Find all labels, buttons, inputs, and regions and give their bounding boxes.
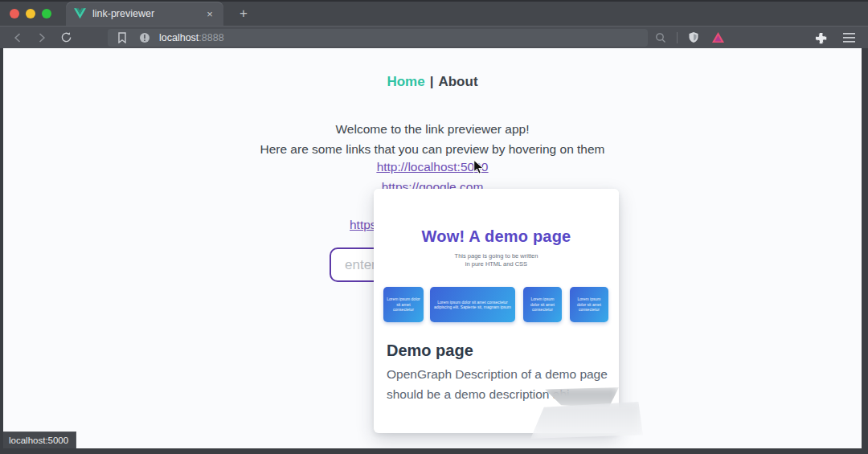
preview-body: Demo page OpenGraph Description of a dem… bbox=[374, 332, 619, 404]
url-host: localhost bbox=[159, 32, 199, 43]
traffic-lights bbox=[0, 9, 59, 18]
minimize-window-button[interactable] bbox=[26, 9, 35, 18]
close-window-button[interactable] bbox=[10, 9, 19, 18]
menu-hamburger-icon[interactable] bbox=[841, 30, 857, 46]
intro-line2: Here are some links that you can preview… bbox=[3, 139, 862, 159]
link-preview-popup: Wow! A demo page This page is going to b… bbox=[374, 189, 619, 433]
extension-triangle-icon[interactable] bbox=[710, 30, 726, 46]
site-nav: Home|About bbox=[3, 74, 862, 90]
preview-image: Wow! A demo page This page is going to b… bbox=[374, 189, 619, 332]
link-localhost-5000-wrap: http://localhost:5000 bbox=[3, 160, 862, 174]
preview-image-title: Wow! A demo page bbox=[374, 227, 619, 246]
tab-favicon-icon bbox=[74, 8, 86, 19]
page-viewport: Home|About Welcome to the link previewer… bbox=[3, 48, 862, 448]
preview-title: Demo page bbox=[387, 342, 606, 360]
tab-link-previewer[interactable]: link-previewer × bbox=[66, 2, 223, 26]
reload-icon[interactable] bbox=[58, 30, 74, 46]
new-tab-button[interactable]: + bbox=[235, 6, 252, 22]
browser-window: link-previewer × + localhost:8888 bbox=[0, 0, 868, 454]
site-info-icon[interactable] bbox=[137, 30, 153, 46]
status-tooltip: localhost:5000 bbox=[3, 432, 76, 448]
intro-line1: Welcome to the link previewer app! bbox=[3, 119, 862, 139]
page-zoom-icon[interactable] bbox=[653, 30, 669, 46]
preview-subtitle-line2: in pure HTML and CSS bbox=[374, 260, 619, 268]
url-text[interactable]: localhost:8888 bbox=[159, 32, 224, 43]
url-port: :8888 bbox=[199, 32, 223, 43]
nav-home-link[interactable]: Home bbox=[387, 74, 424, 89]
forward-icon[interactable] bbox=[34, 30, 50, 46]
mouse-cursor-icon bbox=[473, 159, 485, 175]
preview-card-row: Lorem ipsum dolor sit amet consectetur L… bbox=[374, 287, 619, 322]
url-bar[interactable]: localhost:8888 bbox=[108, 29, 648, 47]
shield-icon[interactable] bbox=[686, 30, 702, 46]
browser-toolbar: localhost:8888 bbox=[0, 26, 868, 48]
nav-separator: | bbox=[430, 74, 434, 89]
preview-card: Lorem ipsum dolor sit amet consectetur bbox=[383, 287, 424, 322]
toolbar-divider bbox=[677, 32, 678, 43]
bookmark-icon[interactable] bbox=[114, 30, 130, 46]
preview-card: Lorem ipsum dolor sit amet consectetur bbox=[523, 287, 562, 322]
preview-card: Lorem ipsum dolor sit amet consectetur bbox=[570, 287, 608, 322]
preview-description: OpenGraph Description of a demo page sho… bbox=[387, 365, 608, 404]
tab-bar: link-previewer × + bbox=[0, 2, 868, 26]
preview-card: Lorem ipsum dolor sit amet consectetur a… bbox=[430, 287, 515, 322]
preview-subtitle-line1: This page is going to be written bbox=[374, 252, 619, 260]
tab-close-icon[interactable]: × bbox=[203, 6, 217, 21]
intro-text: Welcome to the link previewer app! Here … bbox=[3, 119, 862, 159]
tab-title: link-previewer bbox=[92, 8, 203, 19]
nav-about-link[interactable]: About bbox=[438, 74, 477, 89]
back-icon[interactable] bbox=[10, 30, 26, 46]
link-localhost-5000[interactable]: http://localhost:5000 bbox=[377, 160, 489, 174]
maximize-window-button[interactable] bbox=[42, 9, 51, 18]
extensions-puzzle-icon[interactable] bbox=[813, 30, 829, 46]
preview-image-subtitle: This page is going to be written in pure… bbox=[374, 252, 619, 268]
